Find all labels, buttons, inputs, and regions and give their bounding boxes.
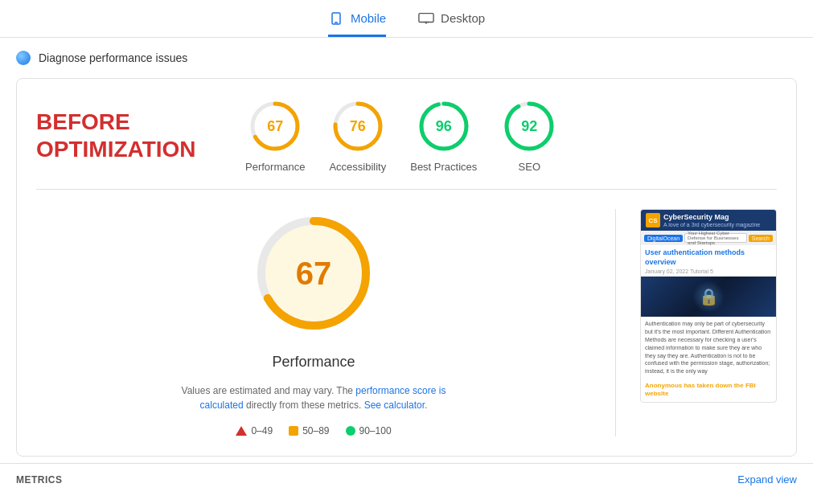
score-item-accessibility: 76 Accessibility	[329, 98, 386, 173]
score-label-best-practices: Best Practices	[410, 161, 477, 173]
screenshot-meta: January 02, 2022 Tutorial 5	[641, 268, 776, 277]
metrics-bar: METRICS Expand view	[0, 463, 813, 495]
screenshot-image: 🔒	[641, 277, 776, 317]
legend-orange-icon	[289, 426, 298, 436]
svg-rect-2	[419, 13, 433, 22]
mobile-icon	[328, 12, 344, 25]
info-text: Values are estimated and may vary. The p…	[161, 383, 466, 412]
scores-row: 67 Performance 76 Accessibility	[245, 98, 557, 173]
score-value-best-practices: 96	[436, 118, 452, 135]
left-panel: 67 Performance Values are estimated and …	[36, 209, 591, 436]
screenshot-toolbar: DigitalOcean Your Highest Cyber Defense …	[641, 231, 776, 245]
screenshot-image-glow	[692, 281, 725, 313]
screenshot-toolbar-btn2: Search	[749, 235, 773, 242]
score-label-performance: Performance	[245, 161, 305, 173]
screenshot-site-name: CyberSecurity Mag	[663, 213, 760, 222]
expand-view-button[interactable]: Expand view	[737, 473, 797, 486]
screenshot-header: CS CyberSecurity Mag A love of a 3rd cyb…	[641, 210, 776, 231]
score-section-top: BEFORE OPTIMIZATION 67 Performance	[36, 98, 777, 190]
score-value-accessibility: 76	[350, 118, 366, 135]
score-item-best-practices: 96 Best Practices	[410, 98, 477, 173]
legend-green-icon	[346, 426, 355, 436]
score-circle-accessibility: 76	[330, 98, 386, 154]
legend-row: 0–49 50–89 90–100	[236, 425, 391, 436]
metrics-label: METRICS	[16, 474, 63, 486]
diagnose-row: Diagnose performance issues	[0, 38, 813, 78]
screenshot-title-block: CyberSecurity Mag A love of a 3rd cybers…	[663, 213, 760, 227]
desktop-icon	[418, 12, 434, 25]
score-item-performance: 67 Performance	[245, 98, 305, 173]
screenshot-body-text: Authentication may only be part of cyber…	[641, 317, 776, 379]
tab-desktop-label: Desktop	[441, 11, 485, 25]
screenshot-article-title: User authentication methods overview	[641, 245, 776, 268]
screenshot-logo: CS	[646, 213, 660, 227]
legend-item-red: 0–49	[236, 425, 273, 436]
legend-green-label: 90–100	[359, 425, 392, 436]
tab-desktop[interactable]: Desktop	[418, 11, 485, 37]
tab-mobile[interactable]: Mobile	[328, 11, 386, 37]
legend-item-green: 90–100	[346, 425, 392, 436]
legend-red-icon	[236, 426, 247, 436]
middle-divider	[615, 209, 616, 436]
calculator-link[interactable]: See calculator	[364, 400, 425, 411]
screenshot-card: CS CyberSecurity Mag A love of a 3rd cyb…	[640, 209, 777, 403]
screenshot-toolbar-search: Your Highest Cyber Defense for Businesse…	[684, 233, 747, 243]
screenshot-toolbar-btn1: DigitalOcean	[644, 235, 683, 242]
score-value-seo: 92	[521, 118, 537, 135]
score-circle-best-practices: 96	[416, 98, 472, 154]
screenshot-site-subtitle: A love of a 3rd cybersecurity magazine	[663, 222, 760, 227]
middle-section: 67 Performance Values are estimated and …	[36, 190, 777, 436]
big-score-value: 67	[296, 256, 332, 292]
score-value-performance: 67	[267, 118, 283, 135]
before-optimization-title: BEFORE OPTIMIZATION	[36, 109, 213, 162]
main-card: BEFORE OPTIMIZATION 67 Performance	[16, 78, 797, 457]
score-item-seo: 92 SEO	[501, 98, 557, 173]
diagnose-text: Diagnose performance issues	[39, 51, 187, 64]
score-circle-seo: 92	[501, 98, 557, 154]
big-score-label: Performance	[272, 354, 355, 371]
right-panel: CS CyberSecurity Mag A love of a 3rd cyb…	[640, 209, 777, 436]
score-label-accessibility: Accessibility	[329, 161, 386, 173]
tab-mobile-label: Mobile	[351, 11, 386, 25]
legend-red-label: 0–49	[251, 425, 273, 436]
diagnose-dot-icon	[16, 51, 31, 65]
legend-orange-label: 50–89	[302, 425, 329, 436]
score-label-seo: SEO	[519, 161, 540, 173]
big-performance-circle: 67	[249, 209, 378, 338]
score-circle-performance: 67	[247, 98, 303, 154]
legend-item-orange: 50–89	[289, 425, 329, 436]
screenshot-footer-link: Anonymous has taken down the FBI website	[641, 379, 776, 402]
tab-navigation: Mobile Desktop	[0, 0, 813, 38]
